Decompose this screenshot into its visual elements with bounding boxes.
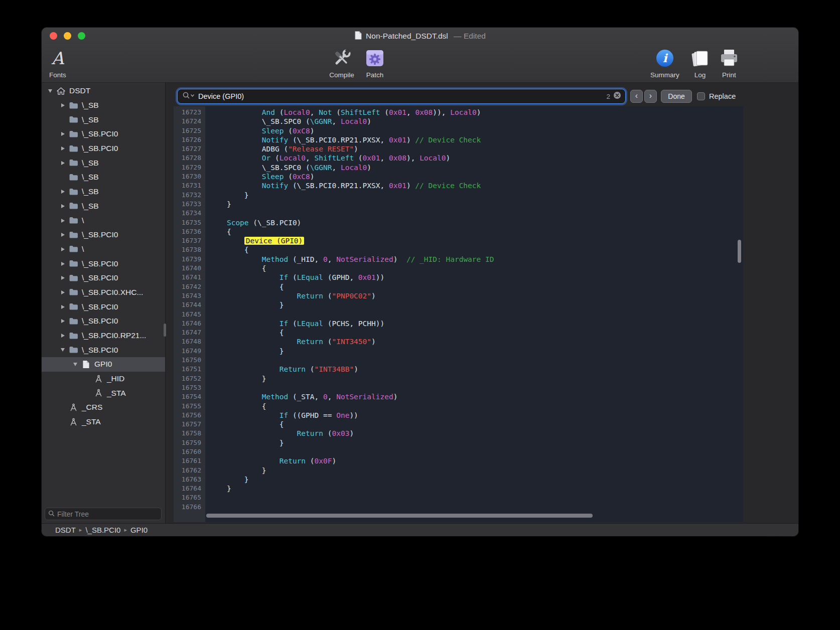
disclosure-triangle[interactable] [59,231,66,238]
sidebar-item-gpi0[interactable]: GPI0 [42,357,165,372]
find-input[interactable] [198,92,603,100]
patch-button[interactable]: Patch [359,46,391,79]
previous-match-button[interactable]: ‹ [630,90,643,103]
folder-icon [68,188,79,196]
sidebar-item-sta[interactable]: _STA [42,415,165,429]
code-line [209,447,743,456]
breadcrumb-item[interactable]: DSDT [55,526,76,534]
vertical-scrollbar[interactable] [738,240,741,263]
done-button[interactable]: Done [661,90,692,103]
line-number: 16725 [174,126,205,135]
next-match-button[interactable]: › [644,90,657,103]
horizontal-scrollbar[interactable] [206,514,593,518]
replace-checkbox[interactable] [697,92,705,100]
breadcrumb-item[interactable]: \_SB.PCI0 [85,526,120,534]
window-title: Non-Patched_DSDT.dsl — Edited [42,28,798,45]
breadcrumb: DSDT▸\_SB.PCI0▸GPI0 [55,526,148,534]
sidebar-item-sb-pci0[interactable]: \_SB.PCI0 [42,299,165,314]
line-number: 16750 [174,356,205,365]
disclosure-triangle[interactable] [72,361,79,368]
code-line: { [209,328,743,337]
sidebar-item-backslash[interactable]: \ [42,213,165,228]
sidebar-item-sb-pci0-rp21[interactable]: \_SB.PCI0.RP21... [42,329,165,343]
disclosure-triangle[interactable] [59,203,66,210]
sidebar-item-sb-pci0[interactable]: \_SB.PCI0 [42,271,165,285]
sidebar-item-sb-pci0[interactable]: \_SB.PCI0 [42,314,165,329]
search-match-highlight: Device (GPI0) [244,237,305,245]
sidebar-item-sta[interactable]: _STA [42,386,165,400]
line-number: 16758 [174,429,205,438]
sidebar-item-dsdt[interactable]: DSDT [42,84,165,98]
disclosure-triangle[interactable] [59,332,66,339]
disclosure-triangle[interactable] [59,188,66,195]
app-window: Non-Patched_DSDT.dsl — Edited A Fonts [42,28,798,536]
filter-tree-field[interactable] [45,508,162,520]
clear-search-button[interactable] [613,91,621,101]
log-button[interactable]: Log [685,46,715,79]
fonts-button[interactable]: A Fonts [42,46,74,79]
folder-icon [68,145,79,152]
sidebar-item-sb[interactable]: \_SB [42,185,165,199]
disclosure-triangle[interactable] [47,87,54,94]
document-stack-icon [688,46,712,71]
line-number: 16749 [174,347,205,356]
code-line: } [209,347,743,356]
line-number: 16723 [174,108,205,117]
replace-toggle[interactable]: Replace [697,90,736,103]
sidebar-item-sb[interactable]: \_SB [42,170,165,185]
code-line: Device (GPI0) [209,236,743,245]
line-number: 16766 [174,503,205,512]
disclosure-triangle[interactable] [59,289,66,296]
disclosure-triangle[interactable] [59,145,66,152]
tree-item-label: \_SB.PCI0 [82,144,118,153]
summary-button[interactable]: i Summary [647,46,683,79]
code-line: Return (0x0F) [209,456,743,465]
disclosure-triangle[interactable] [59,160,66,167]
code-line: } [209,200,743,209]
print-button[interactable]: Print [714,46,744,79]
document-icon [354,31,362,42]
sidebar: DSDT\_SB\_SB\_SB.PCI0\_SB.PCI0\_SB\_SB\_… [42,83,166,523]
sidebar-item-sb-pci0[interactable]: \_SB.PCI0 [42,141,165,156]
log-label: Log [694,71,706,79]
find-bar: 2 [177,89,626,104]
code-line: \_SB.SPC0 (\GGNR, Local0) [209,117,743,126]
disclosure-triangle[interactable] [59,130,66,137]
sidebar-item-hid[interactable]: _HID [42,372,165,386]
sidebar-item-sb-pci0[interactable]: \_SB.PCI0 [42,343,165,357]
search-scope-icon[interactable] [182,91,195,101]
disclosure-triangle [84,375,91,382]
method-icon [93,389,104,397]
code-line: Sleep (0xC8) [209,172,743,181]
sidebar-item-sb[interactable]: \_SB [42,112,165,127]
disclosure-triangle[interactable] [59,274,66,281]
filter-tree-input[interactable] [57,510,158,518]
sidebar-item-sb[interactable]: \_SB [42,98,165,113]
compile-button[interactable]: Compile [322,46,362,79]
line-number: 16732 [174,191,205,200]
disclosure-triangle[interactable] [59,347,66,354]
disclosure-triangle[interactable] [59,102,66,109]
line-number: 16727 [174,144,205,153]
disclosure-triangle[interactable] [59,318,66,325]
breadcrumb-item[interactable]: GPI0 [130,526,148,534]
disclosure-triangle[interactable] [59,246,66,253]
folder-icon [68,202,79,210]
sidebar-item-sb-pci0-xhc[interactable]: \_SB.PCI0.XHC... [42,285,165,300]
status-bar: DSDT▸\_SB.PCI0▸GPI0 [42,523,798,536]
sidebar-item-crs[interactable]: _CRS [42,400,165,415]
disclosure-triangle [59,116,66,123]
sidebar-item-backslash[interactable]: \ [42,242,165,257]
code-editor[interactable]: 1672316724167251672616727167281672916730… [174,106,743,522]
folder-icon [68,303,79,310]
code-line [209,356,743,365]
sidebar-item-sb-pci0[interactable]: \_SB.PCI0 [42,256,165,271]
sidebar-item-sb[interactable]: \_SB [42,155,165,170]
disclosure-triangle[interactable] [59,217,66,224]
disclosure-triangle[interactable] [59,303,66,310]
line-number: 16737 [174,236,205,245]
sidebar-item-sb[interactable]: \_SB [42,199,165,214]
disclosure-triangle[interactable] [59,260,66,267]
sidebar-item-sb-pci0[interactable]: \_SB.PCI0 [42,127,165,141]
sidebar-item-sb-pci0[interactable]: \_SB.PCI0 [42,228,165,242]
